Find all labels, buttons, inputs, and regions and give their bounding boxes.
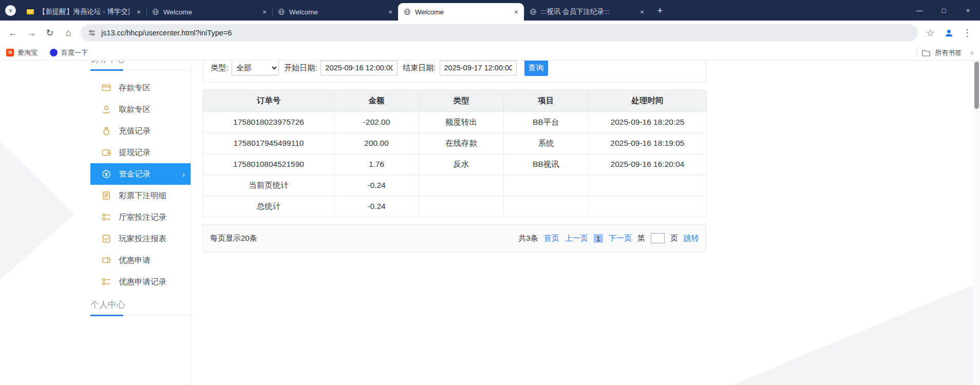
page-jump-input[interactable] (651, 233, 665, 243)
table-cell: 2025-09-16 18:20:25 (589, 112, 707, 133)
section-personal-center[interactable]: 个人中心 (90, 299, 191, 316)
new-tab-button[interactable]: + (653, 4, 667, 17)
sidebar-item-label: 优惠申请 (119, 255, 150, 266)
bookmark-item[interactable]: 淘爱淘宝 (6, 48, 37, 57)
site-info-icon[interactable] (88, 29, 96, 37)
tab-close-icon[interactable]: × (386, 7, 395, 16)
sidebar-item[interactable]: 充值记录› (90, 120, 191, 142)
url-bar[interactable]: js13.cc/hhcp/usercenter.html?iniType=6 (81, 24, 918, 42)
sidebar-item[interactable]: 厅室投注记录› (90, 206, 191, 228)
sidebar-item-label: 彩票下注明细 (119, 190, 166, 201)
back-button[interactable]: ← (4, 24, 22, 42)
browser-tab[interactable]: Welcome× (146, 3, 272, 21)
current-page-badge: 1 (594, 234, 603, 243)
tab-search-icon[interactable]: ∨ (5, 5, 16, 16)
table-row: 总统计-0.24 (203, 196, 707, 217)
table-row: 当前页统计-0.24 (203, 175, 707, 196)
column-header: 处理时间 (589, 90, 707, 112)
browser-titlebar: ∨ 【新提醒】海燕论坛 - 博学交流...×Welcome×Welcome×We… (0, 0, 980, 21)
table-cell: 当前页统计 (203, 175, 334, 196)
records-table: 订单号金额类型项目处理时间 1758018023975726-202.00额度转… (203, 90, 707, 217)
sidebar-item[interactable]: 优惠申请记录› (90, 271, 191, 293)
table-cell: BB平台 (504, 112, 589, 133)
sidebar-item-label: 玩家投注报表 (119, 234, 166, 244)
prev-page-link[interactable]: 上一页 (565, 234, 588, 243)
recharge-bag-icon (102, 126, 111, 136)
tab-close-icon[interactable]: × (637, 7, 647, 16)
first-page-link[interactable]: 首页 (544, 234, 559, 243)
column-header: 类型 (419, 90, 504, 112)
table-cell: 额度转出 (419, 112, 504, 133)
browser-tab[interactable]: 【新提醒】海燕论坛 - 博学交流...× (21, 3, 146, 21)
bookmark-star-icon[interactable]: ☆ (921, 24, 939, 42)
menu-dots-icon[interactable]: ⋮ (958, 24, 976, 42)
promo-ticket-icon (102, 256, 111, 265)
tab-title: Welcome (289, 8, 382, 16)
section-finance-label: 财务中心 (90, 61, 125, 64)
pagination-controls: 共3条 首页 上一页 1 下一页 第 页 跳转 (518, 233, 699, 243)
all-bookmarks-label[interactable]: 所有书签 (935, 48, 962, 57)
window-controls: — □ × (908, 0, 980, 21)
search-button[interactable]: 查询 (524, 61, 548, 76)
tab-title: Welcome (163, 8, 256, 16)
column-header: 订单号 (203, 90, 334, 112)
minimize-button[interactable]: — (908, 0, 932, 21)
browser-tab[interactable]: :::视讯 会员下注纪录:::× (524, 3, 650, 21)
total-count: 共3条 (518, 234, 538, 243)
tab-close-icon[interactable]: × (134, 7, 143, 16)
bookmark-label: 百度一下 (61, 48, 88, 57)
table-cell: 1758017945499110 (203, 133, 334, 154)
sidebar-item[interactable]: 存款专区› (90, 77, 191, 99)
table-cell (504, 175, 589, 196)
table-cell (419, 196, 504, 217)
sidebar-item[interactable]: 资金记录› (90, 163, 191, 185)
table-cell: 200.00 (334, 133, 419, 154)
deposit-card-icon (102, 83, 111, 92)
jump-link[interactable]: 跳转 (684, 234, 699, 243)
close-button[interactable]: × (956, 0, 980, 21)
browser-tab[interactable]: Welcome× (272, 3, 398, 21)
section-underline (90, 69, 123, 71)
home-button[interactable]: ⌂ (59, 24, 78, 42)
sidebar-menu: 存款专区›取款专区›充值记录›提现记录›资金记录›彩票下注明细›厅室投注记录›玩… (90, 70, 191, 293)
sidebar: 财务中心 存款专区›取款专区›充值记录›提现记录›资金记录›彩票下注明细›厅室投… (90, 61, 191, 385)
baidu-icon (50, 49, 58, 56)
tab-close-icon[interactable]: × (512, 7, 521, 16)
scrollbar-thumb[interactable] (974, 62, 979, 109)
filter-bar: 类型: 全部 开始日期: 结束日期: 查询 (203, 61, 706, 82)
tab-close-icon[interactable]: × (260, 7, 269, 16)
sidebar-item-label: 厅室投注记录 (119, 212, 166, 223)
table-cell: -0.24 (334, 175, 419, 196)
browser-tab[interactable]: Welcome× (398, 3, 524, 21)
table-cell (504, 196, 589, 217)
sidebar-item[interactable]: 取款专区› (90, 99, 191, 120)
browser-navbar: ← → ↻ ⌂ js13.cc/hhcp/usercenter.html?ini… (0, 21, 980, 45)
sidebar-item[interactable]: 提现记录› (90, 142, 191, 163)
end-date-label: 结束日期: (403, 63, 436, 73)
table-body: 1758018023975726-202.00额度转出BB平台2025-09-1… (203, 112, 707, 217)
maximize-button[interactable]: □ (932, 0, 956, 21)
sidebar-item[interactable]: 优惠申请› (90, 249, 191, 271)
scrollbar[interactable] (973, 61, 980, 385)
globe-icon (404, 8, 411, 15)
sidebar-item-label: 提现记录 (119, 147, 150, 158)
table-row: 1758017945499110200.00在线存款系统2025-09-16 1… (203, 133, 707, 154)
end-date-input[interactable] (440, 61, 517, 75)
sidebar-item-label: 取款专区 (119, 104, 150, 115)
sidebar-item[interactable]: 玩家投注报表› (90, 228, 191, 249)
bookmarks-right: 所有书签 » (917, 48, 974, 57)
reload-button[interactable]: ↻ (41, 24, 59, 42)
start-date-input[interactable] (321, 61, 398, 75)
bookmark-item[interactable]: 百度一下 (50, 48, 88, 57)
per-page-label: 每页显示20条 (210, 234, 257, 243)
fund-money-icon (102, 169, 111, 179)
type-select[interactable]: 全部 (232, 61, 279, 75)
chevron-right-icon: › (182, 170, 185, 179)
lottery-doc-icon (102, 191, 111, 200)
next-page-link[interactable]: 下一页 (609, 234, 632, 243)
bookmarks-overflow-icon[interactable]: » (970, 49, 974, 56)
sidebar-item[interactable]: 彩票下注明细› (90, 185, 191, 206)
url-text: js13.cc/hhcp/usercenter.html?iniType=6 (101, 29, 232, 37)
profile-icon[interactable] (939, 24, 958, 42)
forward-button[interactable]: → (22, 24, 41, 42)
